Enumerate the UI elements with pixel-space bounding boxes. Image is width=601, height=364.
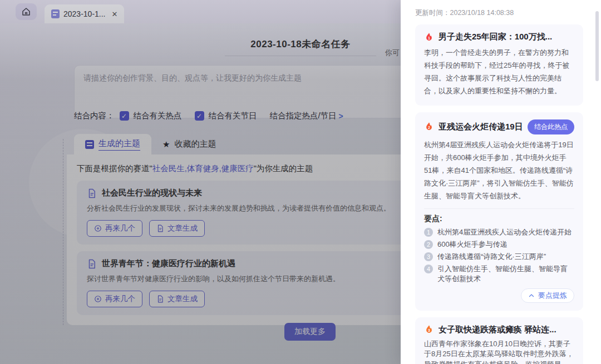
flame-rank-icon: 2	[424, 122, 434, 132]
hot-topic-title: 女子取快递跌落或瘫痪 驿站连...	[439, 325, 556, 335]
point-number-badge: 3	[424, 252, 433, 261]
point-number-badge: 2	[424, 240, 433, 249]
hot-topic-card[interactable]: 3 女子取快递跌落或瘫痪 驿站连... 山西青年作家张象在10月10日晚控诉，其…	[415, 317, 583, 364]
key-point-item: 3 传递路线遵循“诗路文化·三江两岸”	[424, 252, 574, 262]
hot-topic-summary: 李明，一个曾经走失的男子，在警方的努力和科技手段的帮助下，经过25年的寻找，终于…	[424, 46, 574, 98]
point-text: 传递路线遵循“诗路文化·三江两岸”	[437, 252, 546, 262]
hot-topic-title: 亚残运会火炬传递19日启动	[439, 122, 523, 132]
hot-topic-summary: 山西青年作家张象在10月10日晚控诉，其妻子于8月25日在太原某菜鸟驿站取件时意…	[424, 339, 574, 364]
hot-topic-card-expanded[interactable]: 2 亚残运会火炬传递19日启动 结合此热点 杭州第4届亚洲残疾人运动会火炬传递将…	[415, 112, 583, 311]
flame-rank-icon: 1	[424, 32, 434, 42]
collapse-key-points-label: 要点提炼	[538, 291, 567, 301]
drawer-scrollbar-thumb[interactable]	[595, 11, 599, 81]
key-point-item: 1 杭州第4届亚洲残疾人运动会火炬传递开始	[424, 227, 574, 237]
key-points-label: 要点:	[424, 214, 574, 224]
collapse-key-points-button[interactable]: 要点提炼	[521, 288, 574, 303]
hot-topics-drawer: 更新时间：2023/10/18 14:08:38 1 男子走失25年回家：100…	[401, 0, 601, 364]
point-number-badge: 1	[424, 228, 433, 237]
point-number-badge: 4	[424, 265, 433, 273]
divider	[424, 208, 574, 209]
svg-text:3: 3	[428, 328, 430, 333]
drawer-mask[interactable]	[0, 0, 401, 364]
hot-topic-title: 男子走失25年回家：100万找...	[439, 32, 552, 42]
key-point-item: 2 600棒火炬手参与传递	[424, 240, 574, 250]
svg-text:1: 1	[428, 36, 430, 41]
point-text: 杭州第4届亚洲残疾人运动会火炬传递开始	[437, 227, 572, 237]
hot-topic-summary: 杭州第4届亚洲残疾人运动会火炬传递将于19日开始，共600棒火炬手参加，其中境外…	[424, 138, 574, 203]
flame-rank-icon: 3	[424, 325, 434, 335]
svg-text:2: 2	[428, 126, 430, 130]
combine-this-hotspot-button[interactable]: 结合此热点	[528, 119, 574, 134]
key-point-item: 4 引入智能仿生手、智能仿生腿、智能导盲犬等创新技术	[424, 264, 574, 284]
point-text: 600棒火炬手参与传递	[437, 240, 508, 250]
app-window: 2023-10-1... ✕ 2023-10-18未命名任务 你可 结合内容： …	[0, 0, 601, 364]
chevron-up-icon	[528, 292, 535, 299]
update-time: 更新时间：2023/10/18 14:08:38	[415, 8, 583, 18]
hot-topic-card[interactable]: 1 男子走失25年回家：100万找... 李明，一个曾经走失的男子，在警方的努力…	[415, 24, 583, 106]
point-text: 引入智能仿生手、智能仿生腿、智能导盲犬等创新技术	[437, 264, 574, 284]
